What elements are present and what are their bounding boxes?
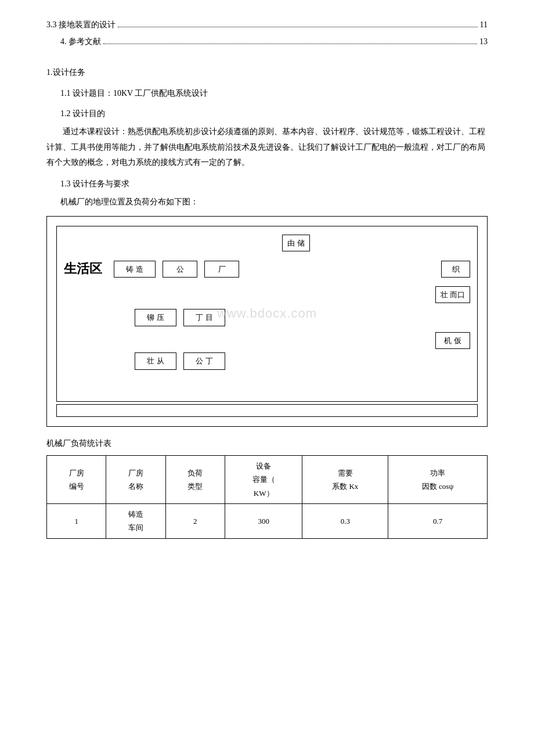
toc-item-3-3: 3.3 接地装置的设计 11 [46,17,488,32]
load-statistics-table: 厂房编号 厂房名称 负荷类型 设备容量（KW） 需要系数 Kx 功率因数 cos… [46,455,488,539]
diagram-box-row4-left: 铆 压 [135,309,176,326]
th-equipment-capacity: 设备容量（KW） [225,455,302,503]
diagram-row-2: 生活区 铸 造 公 厂 织 [64,257,470,280]
toc-dots-4 [103,44,477,44]
diagram-box-top-center: 由 储 [282,235,309,251]
diagram-box-row2-right: 厂 [204,261,239,278]
diagram-box-row2-left: 铸 造 [114,261,156,278]
diagram-container: www.bdocx.com 由 储 生活区 铸 造 公 厂 织 壮 而口 铆 压… [46,216,488,427]
shenghuo-label: 生活区 [64,257,102,280]
diagram-box-row2-far-right: 织 [441,261,470,278]
toc-item-4: 4. 参考文献 13 [46,34,488,49]
toc-dots-3-3 [118,27,478,27]
toc-label-3-3: 3.3 接地装置的设计 [46,17,116,32]
th-kx: 需要系数 Kx [302,455,388,503]
diagram-row-1: 由 储 [64,235,470,251]
section-1-1-heading: 1.1 设计题目：10KV 工厂供配电系统设计 [46,86,488,100]
th-factory-name: 厂房名称 [106,455,165,503]
diagram-inner: www.bdocx.com 由 储 生活区 铸 造 公 厂 织 壮 而口 铆 压… [56,226,478,402]
table-row: 1 铸造车间 2 300 0.3 0.7 [47,504,488,539]
th-cosy: 功率因数 cosψ [388,455,488,503]
diagram-box-row5-far-right: 机 仮 [435,332,470,349]
td-load-type: 2 [165,504,225,539]
section-1-3-para: 机械厂的地理位置及负荷分布如下图： [46,195,488,209]
td-kx: 0.3 [302,504,388,539]
diagram-row-5-right: 机 仮 [64,332,470,349]
td-equipment-capacity: 300 [225,504,302,539]
th-factory-num: 厂房编号 [47,455,106,503]
diagram-box-row3-far-right: 壮 而口 [435,286,470,303]
table-header-row: 厂房编号 厂房名称 负荷类型 设备容量（KW） 需要系数 Kx 功率因数 cos… [47,455,488,503]
diagram-box-row5-left: 壮 从 [135,352,176,369]
diagram-box-row4-mid: 丁 目 [183,309,225,326]
diagram-box-row2-mid: 公 [163,261,197,278]
td-factory-name: 铸造车间 [106,504,165,539]
td-cosy: 0.7 [388,504,488,539]
toc-label-4: 4. 参考文献 [60,34,101,49]
section-1-heading: 1.设计任务 [46,65,488,80]
table-caption: 机械厂负荷统计表 [46,436,488,451]
section-1-2-para: 通过本课程设计：熟悉供配电系统初步设计必须遵循的原则、基本内容、设计程序、设计规… [46,124,488,171]
th-load-type: 负荷类型 [165,455,225,503]
section-1-2-heading: 1.2 设计目的 [46,106,488,121]
toc-page-3-3: 11 [480,17,488,32]
section-1-3-heading: 1.3 设计任务与要求 [46,177,488,191]
diagram-box-row5-mid: 公 丁 [183,352,225,369]
td-factory-num: 1 [47,504,106,539]
diagram-row-2-wrapper: 生活区 铸 造 公 厂 织 [64,257,470,280]
diagram-row-4: 铆 压 丁 目 [64,309,470,326]
diagram-row-6: 壮 从 公 丁 [64,352,470,369]
diagram-row-3: 壮 而口 [64,286,470,303]
toc-section: 3.3 接地装置的设计 11 4. 参考文献 13 [46,17,488,49]
toc-page-4: 13 [479,34,488,49]
